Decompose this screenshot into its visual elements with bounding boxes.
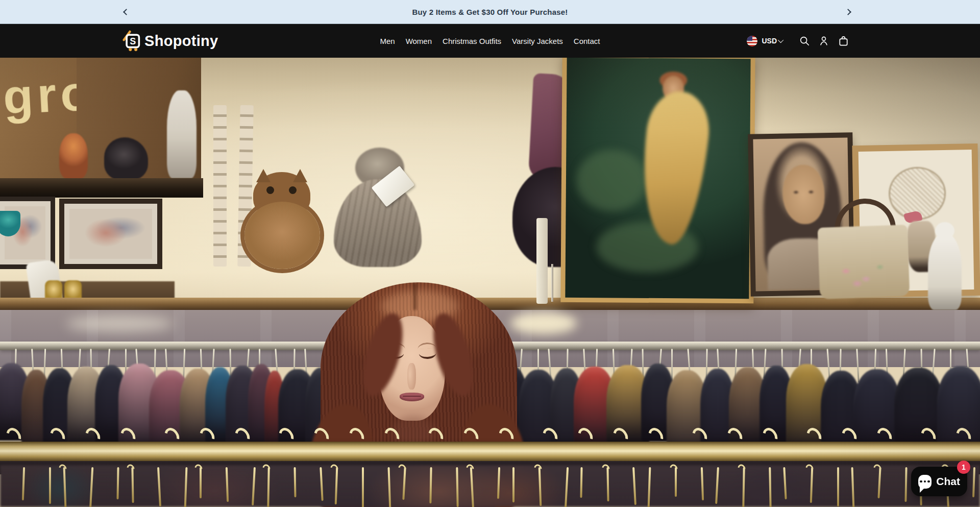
hanger-stem xyxy=(49,467,51,504)
cart-icon xyxy=(838,35,849,47)
woman-eyebrow xyxy=(418,342,436,349)
chevron-left-icon xyxy=(123,9,130,15)
nav-item-varsity-jackets[interactable]: Varsity Jackets xyxy=(512,37,563,45)
foreground-clothes xyxy=(0,465,980,507)
woman-lips xyxy=(400,393,424,401)
nav-item-men[interactable]: Men xyxy=(380,37,395,45)
hero-image: gro xyxy=(0,58,980,507)
chat-label: Chat xyxy=(936,475,960,488)
announcement-bar: Buy 2 Items & Get $30 Off Your Purchase! xyxy=(0,0,980,24)
header-controls: USD xyxy=(747,24,853,58)
announcement-next-button[interactable] xyxy=(840,4,855,19)
woman-hair-part xyxy=(413,283,416,310)
hanger-stem xyxy=(362,467,364,507)
account-icon xyxy=(818,35,829,46)
us-flag-icon xyxy=(747,36,757,46)
chat-widget-button[interactable]: Chat 1 xyxy=(911,467,967,496)
currency-code: USD xyxy=(762,37,777,45)
nav-item-women[interactable]: Women xyxy=(406,37,432,45)
site-header: S Shopotiny MenWomenChristmas OutfitsVar… xyxy=(0,24,980,58)
chat-unread-badge: 1 xyxy=(957,461,970,474)
search-icon xyxy=(799,35,810,46)
hanger-stem xyxy=(512,467,514,502)
woman-nose xyxy=(407,363,416,390)
currency-selector[interactable]: USD xyxy=(747,36,795,46)
chevron-down-icon xyxy=(778,37,783,43)
nav-item-christmas-outfits[interactable]: Christmas Outfits xyxy=(443,37,501,45)
chevron-right-icon xyxy=(845,9,851,15)
announcement-prev-button[interactable] xyxy=(118,4,134,19)
nav-item-contact[interactable]: Contact xyxy=(574,37,600,45)
cart-button[interactable] xyxy=(834,31,853,51)
account-button[interactable] xyxy=(814,31,834,51)
hanger-stem xyxy=(837,467,839,506)
search-button[interactable] xyxy=(795,31,814,51)
woman-closed-eye xyxy=(419,351,437,359)
brass-rail xyxy=(0,442,980,462)
clothing-item xyxy=(894,368,943,448)
chat-bubble-icon xyxy=(918,475,932,489)
announcement-text: Buy 2 Items & Get $30 Off Your Purchase! xyxy=(412,8,568,16)
